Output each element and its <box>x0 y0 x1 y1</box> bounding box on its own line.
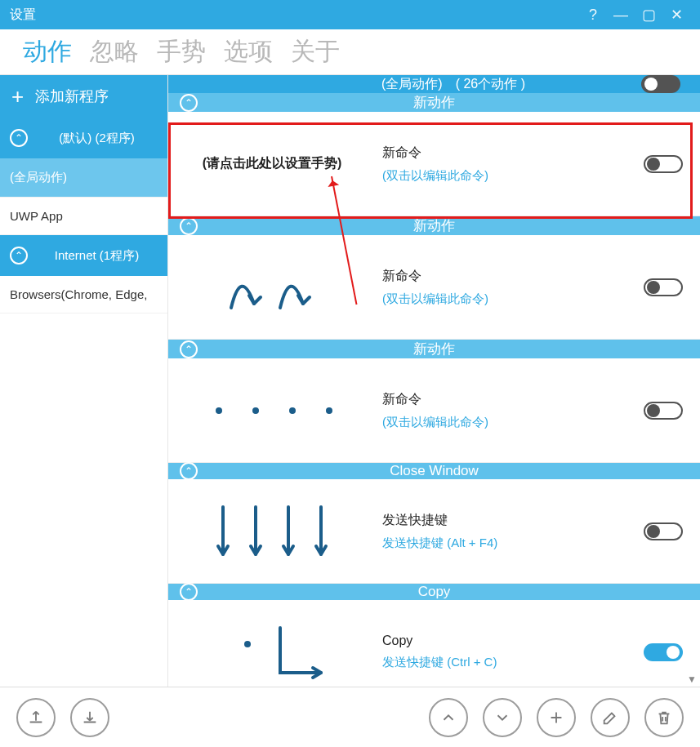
close-icon[interactable]: ✕ <box>662 6 690 24</box>
action-desc: (双击以编辑此命令) <box>382 415 626 430</box>
action-row: 新命令 (双击以编辑此命令) <box>168 235 700 340</box>
action-toggle[interactable] <box>644 643 683 661</box>
action-info[interactable]: Copy 发送快捷键 (Ctrl + C) <box>376 600 626 687</box>
action-toggle[interactable] <box>644 155 683 173</box>
action-row: 发送快捷键 发送快捷键 (Alt + F4) <box>168 479 700 584</box>
action-group-header[interactable]: ⌃ Copy <box>168 584 700 600</box>
action-name: 新命令 <box>382 268 626 285</box>
action-group-header[interactable]: ⌃ 新动作 <box>168 216 700 235</box>
action-group-header[interactable]: ⌃ 新动作 <box>168 340 700 358</box>
action-info[interactable]: 新命令 (双击以编辑此命令) <box>376 112 626 216</box>
action-toggle[interactable] <box>644 278 683 296</box>
move-up-button[interactable] <box>429 698 468 737</box>
footer-toolbar <box>0 687 700 747</box>
sidebar-group-header-internet[interactable]: ⌃ Internet (1程序) <box>0 235 167 276</box>
action-name: 发送快捷键 <box>382 512 626 529</box>
svg-point-1 <box>252 407 259 414</box>
content-header: (全局动作) ( 26个动作 ) <box>168 75 700 93</box>
action-group-header[interactable]: ⌃ 新动作 <box>168 93 700 112</box>
content-scope-label: (全局动作) <box>381 76 443 93</box>
action-group-title: 新动作 <box>413 216 455 235</box>
action-info[interactable]: 发送快捷键 发送快捷键 (Alt + F4) <box>376 479 626 583</box>
minimize-icon[interactable]: ― <box>607 7 635 24</box>
chevron-up-icon: ⌃ <box>180 94 198 112</box>
gesture-preview-icon <box>190 491 354 572</box>
move-down-button[interactable] <box>483 698 522 737</box>
scroll-indicator-icon[interactable]: ▼ <box>687 674 700 687</box>
action-group-header[interactable]: ⌃ Close Window <box>168 463 700 479</box>
action-info[interactable]: 新命令 (双击以编辑此命令) <box>376 235 626 339</box>
action-group-title: 新动作 <box>413 340 455 358</box>
action-desc: (双击以编辑此命令) <box>382 291 626 307</box>
sidebar-group-header-default[interactable]: ⌃ (默认) (2程序) <box>0 118 167 158</box>
sidebar-item-uwp-app[interactable]: UWP App <box>0 198 167 235</box>
action-info[interactable]: 新命令 (双击以编辑此命令) <box>376 358 626 462</box>
gesture-preview-icon <box>190 247 354 328</box>
add-program-button[interactable]: + 添加新程序 <box>0 75 167 118</box>
action-toggle[interactable] <box>644 402 683 420</box>
action-name: 新命令 <box>382 145 626 162</box>
gesture-area[interactable] <box>168 358 376 462</box>
gesture-preview-icon <box>190 370 354 451</box>
action-row: Copy 发送快捷键 (Ctrl + C) <box>168 600 700 687</box>
delete-button[interactable] <box>644 698 684 737</box>
sidebar: + 添加新程序 ⌃ (默认) (2程序) (全局动作) UWP App ⌃ In… <box>0 75 168 687</box>
action-row: (请点击此处以设置手势) 新命令 (双击以编辑此命令) <box>168 112 700 216</box>
plus-icon <box>547 709 565 727</box>
action-name: Copy <box>382 634 626 648</box>
tab-gestures[interactable]: 手势 <box>157 35 206 69</box>
chevron-up-icon: ⌃ <box>10 247 28 265</box>
sidebar-group-label: Internet (1程序) <box>36 248 158 264</box>
sidebar-item-global-actions[interactable]: (全局动作) <box>0 158 167 198</box>
action-row: 新命令 (双击以编辑此命令) <box>168 358 700 463</box>
gesture-area[interactable]: (请点击此处以设置手势) <box>168 112 376 216</box>
help-icon[interactable]: ? <box>579 7 607 24</box>
chevron-up-icon: ⌃ <box>180 462 198 480</box>
add-button[interactable] <box>537 698 576 737</box>
action-group-title: Close Window <box>390 463 479 479</box>
chevron-up-icon: ⌃ <box>180 340 198 358</box>
chevron-up-icon: ⌃ <box>180 217 198 235</box>
titlebar: 设置 ? ― ▢ ✕ <box>0 0 700 29</box>
export-button[interactable] <box>16 698 56 737</box>
action-name: 新命令 <box>382 391 626 408</box>
import-button[interactable] <box>70 698 109 737</box>
gesture-area[interactable] <box>168 600 376 687</box>
gesture-placeholder-text: (请点击此处以设置手势) <box>203 155 342 172</box>
plus-icon: + <box>11 86 24 107</box>
master-toggle[interactable] <box>641 75 680 93</box>
chevron-up-icon: ⌃ <box>180 583 198 601</box>
svg-point-8 <box>244 641 251 647</box>
tab-actions[interactable]: 动作 <box>23 35 72 69</box>
action-desc: 发送快捷键 (Ctrl + C) <box>382 655 626 670</box>
svg-point-3 <box>326 407 332 414</box>
action-group-title: 新动作 <box>413 93 455 112</box>
tab-about[interactable]: 关于 <box>291 35 340 69</box>
tab-options[interactable]: 选项 <box>224 35 273 69</box>
chevron-down-icon <box>493 709 511 727</box>
svg-point-2 <box>289 407 296 414</box>
content-count-label: ( 26个动作 ) <box>456 76 525 93</box>
edit-button[interactable] <box>591 698 630 737</box>
trash-icon <box>655 709 673 727</box>
gesture-preview-icon <box>190 611 354 687</box>
sidebar-group-label: (默认) (2程序) <box>36 131 158 146</box>
tabbar: 动作 忽略 手势 选项 关于 <box>0 29 700 75</box>
action-desc: 发送快捷键 (Alt + F4) <box>382 536 626 551</box>
edit-icon <box>601 709 619 727</box>
tab-ignore[interactable]: 忽略 <box>90 35 139 69</box>
maximize-icon[interactable]: ▢ <box>635 6 662 24</box>
import-icon <box>81 709 99 727</box>
action-desc: (双击以编辑此命令) <box>382 168 626 184</box>
add-program-label: 添加新程序 <box>35 87 109 106</box>
gesture-area[interactable] <box>168 479 376 583</box>
chevron-up-icon: ⌃ <box>10 129 28 147</box>
export-icon <box>27 709 45 727</box>
action-group-title: Copy <box>418 584 451 600</box>
sidebar-item-browsers[interactable]: Browsers(Chrome, Edge, <box>0 276 167 313</box>
content-pane: (全局动作) ( 26个动作 ) ⌃ 新动作 (请点击此处以设置手势) 新命令 … <box>168 75 700 687</box>
chevron-up-icon <box>439 709 457 727</box>
svg-point-0 <box>216 407 222 414</box>
action-toggle[interactable] <box>644 522 683 540</box>
window-title: 设置 <box>10 7 36 24</box>
